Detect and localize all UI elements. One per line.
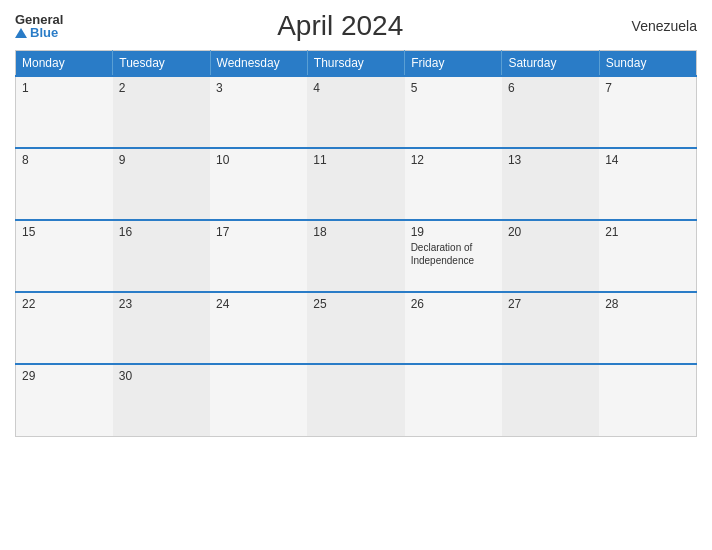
calendar-cell: 4 xyxy=(307,76,404,148)
day-number: 20 xyxy=(508,225,593,239)
day-number: 3 xyxy=(216,81,301,95)
day-number: 29 xyxy=(22,369,107,383)
calendar-cell: 22 xyxy=(16,292,113,364)
calendar-table: Monday Tuesday Wednesday Thursday Friday… xyxy=(15,50,697,437)
calendar-cell xyxy=(502,364,599,436)
day-number: 15 xyxy=(22,225,107,239)
day-number: 24 xyxy=(216,297,301,311)
calendar-cell: 19Declaration of Independence xyxy=(405,220,502,292)
day-number: 17 xyxy=(216,225,301,239)
calendar-week-row: 2930 xyxy=(16,364,697,436)
calendar-cell: 2 xyxy=(113,76,210,148)
calendar-week-row: 1516171819Declaration of Independence202… xyxy=(16,220,697,292)
day-number: 22 xyxy=(22,297,107,311)
calendar-cell: 25 xyxy=(307,292,404,364)
calendar-cell: 28 xyxy=(599,292,696,364)
day-number: 4 xyxy=(313,81,398,95)
day-number: 8 xyxy=(22,153,107,167)
day-number: 11 xyxy=(313,153,398,167)
calendar-cell: 23 xyxy=(113,292,210,364)
calendar-cell xyxy=(599,364,696,436)
calendar-cell: 30 xyxy=(113,364,210,436)
day-number: 28 xyxy=(605,297,690,311)
day-number: 21 xyxy=(605,225,690,239)
calendar-cell: 14 xyxy=(599,148,696,220)
day-number: 9 xyxy=(119,153,204,167)
calendar-cell: 21 xyxy=(599,220,696,292)
calendar-cell: 18 xyxy=(307,220,404,292)
calendar-cell: 11 xyxy=(307,148,404,220)
logo-blue-text: Blue xyxy=(15,26,63,39)
day-number: 19 xyxy=(411,225,496,239)
calendar-cell: 6 xyxy=(502,76,599,148)
header-friday: Friday xyxy=(405,51,502,77)
calendar-cell: 29 xyxy=(16,364,113,436)
day-number: 23 xyxy=(119,297,204,311)
calendar-cell: 9 xyxy=(113,148,210,220)
calendar-cell: 7 xyxy=(599,76,696,148)
weekday-header-row: Monday Tuesday Wednesday Thursday Friday… xyxy=(16,51,697,77)
event-label: Declaration of Independence xyxy=(411,241,496,267)
day-number: 13 xyxy=(508,153,593,167)
calendar-cell: 26 xyxy=(405,292,502,364)
header-wednesday: Wednesday xyxy=(210,51,307,77)
day-number: 6 xyxy=(508,81,593,95)
day-number: 25 xyxy=(313,297,398,311)
day-number: 26 xyxy=(411,297,496,311)
calendar-cell: 3 xyxy=(210,76,307,148)
header: General Blue April 2024 Venezuela xyxy=(15,10,697,42)
day-number: 12 xyxy=(411,153,496,167)
day-number: 14 xyxy=(605,153,690,167)
calendar-cell: 12 xyxy=(405,148,502,220)
header-saturday: Saturday xyxy=(502,51,599,77)
logo: General Blue xyxy=(15,13,63,39)
day-number: 7 xyxy=(605,81,690,95)
day-number: 16 xyxy=(119,225,204,239)
calendar-cell: 20 xyxy=(502,220,599,292)
calendar-cell: 10 xyxy=(210,148,307,220)
day-number: 30 xyxy=(119,369,204,383)
header-thursday: Thursday xyxy=(307,51,404,77)
calendar-title: April 2024 xyxy=(63,10,617,42)
calendar-cell: 15 xyxy=(16,220,113,292)
calendar-cell xyxy=(307,364,404,436)
calendar-cell: 16 xyxy=(113,220,210,292)
calendar-cell: 1 xyxy=(16,76,113,148)
calendar-cell: 13 xyxy=(502,148,599,220)
day-number: 27 xyxy=(508,297,593,311)
calendar-cell: 27 xyxy=(502,292,599,364)
header-sunday: Sunday xyxy=(599,51,696,77)
country-label: Venezuela xyxy=(617,18,697,34)
page: General Blue April 2024 Venezuela Monday… xyxy=(0,0,712,550)
day-number: 10 xyxy=(216,153,301,167)
day-number: 2 xyxy=(119,81,204,95)
calendar-week-row: 891011121314 xyxy=(16,148,697,220)
calendar-week-row: 22232425262728 xyxy=(16,292,697,364)
calendar-cell xyxy=(405,364,502,436)
day-number: 18 xyxy=(313,225,398,239)
header-monday: Monday xyxy=(16,51,113,77)
calendar-cell: 8 xyxy=(16,148,113,220)
calendar-cell: 24 xyxy=(210,292,307,364)
calendar-week-row: 1234567 xyxy=(16,76,697,148)
calendar-cell xyxy=(210,364,307,436)
header-tuesday: Tuesday xyxy=(113,51,210,77)
logo-triangle-icon xyxy=(15,28,27,38)
calendar-cell: 5 xyxy=(405,76,502,148)
day-number: 5 xyxy=(411,81,496,95)
day-number: 1 xyxy=(22,81,107,95)
calendar-cell: 17 xyxy=(210,220,307,292)
